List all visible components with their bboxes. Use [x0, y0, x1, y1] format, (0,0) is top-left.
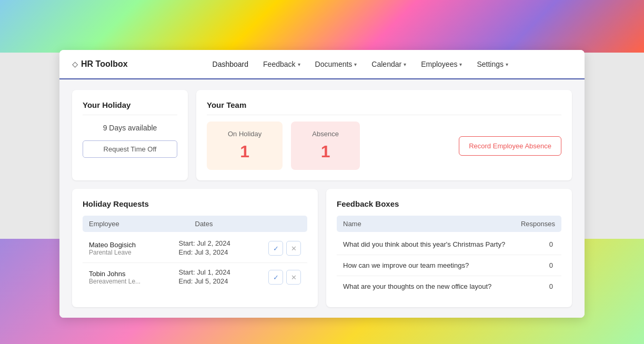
- nav-label-settings: Settings: [477, 60, 504, 68]
- employee-type-1: Parental Leave: [89, 249, 179, 256]
- table-row: Mateo Bogisich Parental Leave Start: Jul…: [83, 234, 307, 263]
- request-time-off-button[interactable]: Request Time Off: [83, 140, 177, 158]
- main-content: Your Holiday 9 Days available Request Ti…: [59, 79, 585, 318]
- end-date-2: End: Jul 5, 2024: [179, 277, 269, 285]
- nav-label-feedback: Feedback: [263, 60, 295, 68]
- col-dates: Dates: [195, 220, 301, 228]
- nav-item-settings[interactable]: Settings ▾: [470, 57, 515, 72]
- nav-item-employees[interactable]: Employees ▾: [415, 57, 468, 72]
- start-date-1: Start: Jul 2, 2024: [179, 239, 269, 247]
- dates-2: Start: Jul 1, 2024 End: Jul 5, 2024: [179, 268, 269, 286]
- chevron-down-icon: ▾: [298, 62, 300, 67]
- reject-button-2[interactable]: ✕: [286, 270, 301, 285]
- logo-icon: ◇: [72, 60, 78, 68]
- days-available: 9 Days available: [83, 124, 177, 132]
- feedback-count-3: 0: [549, 282, 555, 290]
- employee-name-2: Tobin Johns: [89, 270, 179, 278]
- feedback-card: Feedback Boxes Name Responses What did y…: [326, 189, 572, 307]
- feedback-name-3: What are your thoughts on the new office…: [343, 282, 549, 290]
- app-container: ◇ HR Toolbox Dashboard Feedback ▾ Docume…: [59, 50, 585, 318]
- employee-info-1: Mateo Bogisich Parental Leave: [89, 241, 179, 256]
- feedback-row-1: What did you think about this year's Chr…: [337, 234, 561, 255]
- nav-item-calendar[interactable]: Calendar ▾: [365, 57, 412, 72]
- team-card: Your Team On Holiday 1 Absence 1 Record …: [196, 90, 572, 180]
- action-btns-2: ✓ ✕: [268, 270, 301, 285]
- nav-item-feedback[interactable]: Feedback ▾: [257, 57, 306, 72]
- chevron-down-icon: ▾: [506, 62, 508, 67]
- bg-art-top: [0, 0, 644, 53]
- on-holiday-label: On Holiday: [228, 130, 261, 138]
- holiday-requests-title: Holiday Requests: [83, 199, 307, 208]
- feedback-count-2: 0: [549, 261, 555, 269]
- employee-type-2: Bereavement Le...: [89, 278, 179, 285]
- col-name: Name: [343, 220, 521, 228]
- on-holiday-stat: On Holiday 1: [207, 122, 283, 170]
- table-row: Tobin Johns Bereavement Le... Start: Jul…: [83, 263, 307, 291]
- employee-info-2: Tobin Johns Bereavement Le...: [89, 270, 179, 285]
- nav-links: Dashboard Feedback ▾ Documents ▾ Calenda…: [149, 57, 572, 72]
- record-employee-absence-button[interactable]: Record Employee Absence: [459, 136, 561, 156]
- team-card-title: Your Team: [207, 100, 561, 115]
- logo-text: HR Toolbox: [81, 59, 128, 69]
- feedback-row-3: What are your thoughts on the new office…: [337, 276, 561, 297]
- end-date-1: End: Jul 3, 2024: [179, 248, 269, 256]
- nav-item-documents[interactable]: Documents ▾: [309, 57, 364, 72]
- action-btns-1: ✓ ✕: [268, 241, 301, 256]
- nav-label-dashboard: Dashboard: [213, 60, 249, 68]
- feedback-table-header: Name Responses: [337, 216, 561, 232]
- feedback-count-1: 0: [549, 240, 555, 248]
- start-date-2: Start: Jul 1, 2024: [179, 268, 269, 276]
- reject-button-1[interactable]: ✕: [286, 241, 301, 256]
- navbar: ◇ HR Toolbox Dashboard Feedback ▾ Docume…: [59, 50, 585, 79]
- feedback-name-1: What did you think about this year's Chr…: [343, 240, 549, 248]
- holiday-requests-table-header: Employee Dates: [83, 216, 307, 232]
- employee-name-1: Mateo Bogisich: [89, 241, 179, 249]
- chevron-down-icon: ▾: [404, 62, 406, 67]
- feedback-card-title: Feedback Boxes: [337, 199, 561, 208]
- nav-label-documents: Documents: [315, 60, 353, 68]
- approve-button-1[interactable]: ✓: [268, 241, 283, 256]
- logo: ◇ HR Toolbox: [72, 59, 128, 69]
- feedback-name-2: How can we improve our team meetings?: [343, 261, 549, 269]
- absence-stat: Absence 1: [291, 122, 360, 170]
- approve-button-2[interactable]: ✓: [268, 270, 283, 285]
- chevron-down-icon: ▾: [459, 62, 462, 67]
- feedback-row-2: How can we improve our team meetings? 0: [337, 255, 561, 276]
- col-employee: Employee: [89, 220, 195, 228]
- holiday-card: Your Holiday 9 Days available Request Ti…: [72, 90, 188, 180]
- nav-label-employees: Employees: [421, 60, 457, 68]
- nav-item-dashboard[interactable]: Dashboard: [206, 57, 255, 72]
- dates-1: Start: Jul 2, 2024 End: Jul 3, 2024: [179, 239, 269, 257]
- holiday-requests-card: Holiday Requests Employee Dates Mateo Bo…: [72, 189, 318, 307]
- absence-value: 1: [312, 142, 339, 161]
- team-stats: On Holiday 1 Absence 1 Record Employee A…: [207, 122, 561, 170]
- on-holiday-value: 1: [228, 142, 261, 161]
- bottom-row: Holiday Requests Employee Dates Mateo Bo…: [72, 189, 572, 307]
- absence-label: Absence: [312, 130, 339, 138]
- top-row: Your Holiday 9 Days available Request Ti…: [72, 90, 572, 180]
- nav-label-calendar: Calendar: [371, 60, 401, 68]
- col-responses: Responses: [521, 220, 555, 228]
- holiday-card-title: Your Holiday: [83, 100, 177, 115]
- chevron-down-icon: ▾: [354, 62, 357, 67]
